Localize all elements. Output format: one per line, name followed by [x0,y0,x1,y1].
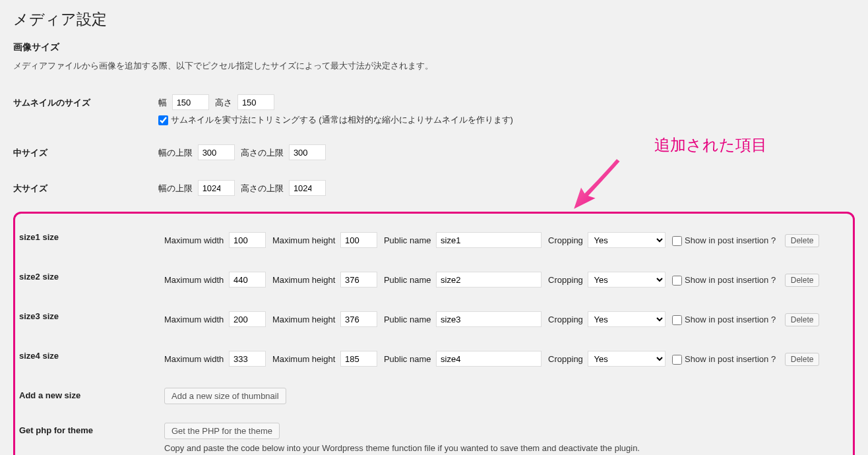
public-name-label: Public name [384,354,431,364]
medium-width-input[interactable] [198,144,235,160]
callout-label: 追加された項目 [654,135,767,156]
max-width-label: Maximum width [164,354,224,364]
max-width-label: Maximum width [164,275,224,285]
delete-button[interactable]: Delete [785,274,820,287]
public-name-label: Public name [384,235,431,245]
thumbnail-crop-checkbox[interactable] [158,115,168,125]
large-width-input[interactable] [198,180,235,196]
max-height-label: Maximum height [272,275,335,285]
size-name-input[interactable] [436,232,542,248]
cropping-select[interactable]: Yes [588,272,666,288]
thumbnail-crop-label: サムネイルを実寸法にトリミングする (通常は相対的な縮小によりサムネイルを作りま… [171,115,513,125]
delete-button[interactable]: Delete [785,353,820,366]
show-in-post-label: Show in post insertion ? [685,315,776,324]
thumbnail-width-input[interactable] [172,94,209,110]
height-limit-label: 高さの上限 [241,183,284,193]
arrow-icon [569,154,629,214]
delete-button[interactable]: Delete [785,313,820,326]
max-width-label: Maximum width [164,235,224,245]
get-php-note: Copy and paste the code below into your … [164,443,849,453]
cropping-select[interactable]: Yes [588,232,666,248]
cropping-label: Cropping [548,235,583,245]
show-in-post-checkbox[interactable] [672,315,682,325]
cropping-label: Cropping [548,354,583,364]
show-in-post-checkbox[interactable] [672,355,682,365]
size-height-input[interactable] [340,351,377,367]
large-height-input[interactable] [289,180,326,196]
max-height-label: Maximum height [272,315,335,324]
show-in-post-label: Show in post insertion ? [685,235,776,245]
public-name-label: Public name [384,315,431,324]
delete-button[interactable]: Delete [785,234,820,247]
cropping-label: Cropping [548,275,583,285]
size-name-input[interactable] [436,351,542,367]
max-height-label: Maximum height [272,354,335,364]
get-php-button[interactable]: Get the PHP for the theme [164,423,280,439]
size-row-label: size4 size [19,339,164,379]
public-name-label: Public name [384,275,431,285]
size-width-input[interactable] [229,272,266,288]
height-limit-label: 高さの上限 [241,148,284,158]
medium-height-input[interactable] [289,144,326,160]
size-height-input[interactable] [340,311,377,327]
size-row-label: size1 size [19,220,164,260]
show-in-post-label: Show in post insertion ? [685,354,776,364]
thumbnail-height-input[interactable] [237,94,274,110]
size-width-input[interactable] [229,351,266,367]
section-title: 画像サイズ [13,42,855,53]
cropping-label: Cropping [548,315,583,324]
width-label: 幅 [158,98,167,107]
page-title: メディア設定 [13,9,855,30]
width-limit-label: 幅の上限 [158,148,193,158]
max-height-label: Maximum height [272,235,335,245]
width-limit-label: 幅の上限 [158,183,193,193]
medium-label: 中サイズ [13,135,158,171]
size-name-input[interactable] [436,272,542,288]
added-items-section: 追加された項目 size1 sizeMaximum width Maximum … [13,212,855,455]
cropping-select[interactable]: Yes [588,351,666,367]
get-php-label: Get php for theme [19,413,164,455]
show-in-post-checkbox[interactable] [672,236,682,246]
height-label: 高さ [215,98,232,107]
size-name-input[interactable] [436,311,542,327]
size-row-label: size2 size [19,260,164,299]
add-new-size-button[interactable]: Add a new size of thumbnail [164,388,286,404]
max-width-label: Maximum width [164,315,224,324]
size-height-input[interactable] [340,232,377,248]
size-width-input[interactable] [229,232,266,248]
size-height-input[interactable] [340,272,377,288]
large-label: 大サイズ [13,171,158,206]
show-in-post-label: Show in post insertion ? [685,275,776,285]
show-in-post-checkbox[interactable] [672,276,682,286]
size-row-label: size3 size [19,299,164,339]
add-new-size-label: Add a new size [19,379,164,413]
thumbnail-label: サムネイルのサイズ [13,85,158,135]
cropping-select[interactable]: Yes [588,311,666,327]
section-description: メディアファイルから画像を追加する際、以下でピクセル指定したサイズによって最大寸… [13,60,855,72]
size-width-input[interactable] [229,311,266,327]
